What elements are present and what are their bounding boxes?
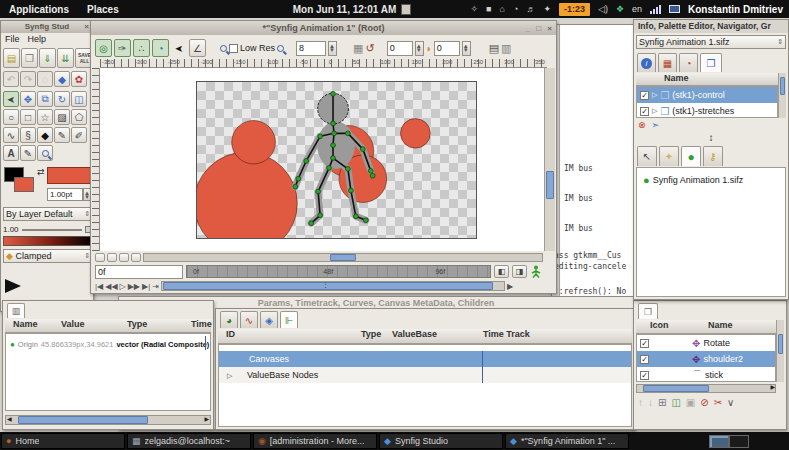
col-timetrack[interactable]: Time Track [483,329,530,339]
microphone-icon[interactable]: ✧ [471,4,479,14]
canvas-browser-tab[interactable]: ◕ [220,311,238,328]
default-gradient-swatch[interactable] [3,236,93,246]
task-administration[interactable]: ◉ [administration - More... [253,433,377,449]
close-button[interactable]: × [547,24,554,33]
width-tool-button[interactable]: ✎ [54,127,70,143]
bones-vscroll-thumb[interactable] [778,334,783,354]
low-res-checkbox[interactable] [229,44,238,53]
rectangle-tool-button[interactable]: □ [20,109,36,125]
open-file-button[interactable]: ❐ [21,48,38,68]
expander-icon[interactable]: ▷ [652,107,657,115]
lower-layer-button[interactable]: ↓ [648,397,653,408]
bone-row-shoulder2[interactable]: ✓ ✥ shoulder2 [637,351,775,367]
col-name[interactable]: Name [664,73,689,83]
library-row-canvases[interactable]: Canvases [219,351,631,367]
seek-next-frame-button[interactable]: ▶▶ [128,282,140,291]
info-tab[interactable]: i [637,53,656,72]
seek-end-button[interactable]: ▶| [142,282,150,291]
canvas-option-button[interactable] [107,253,117,262]
canvas-hscrollbar[interactable] [143,253,543,262]
toolbox-titlebar[interactable]: Synfig Stud × [1,21,93,33]
cut-button[interactable]: ✂ [714,397,722,408]
time-ruler[interactable]: 0f 48f 96f [186,265,491,278]
duplicate-button[interactable]: ◫ [671,397,680,408]
scroll-right-arrow[interactable]: ▶ [204,415,209,422]
remove-layer-button[interactable]: ⊗ [638,120,646,130]
show-handles-button[interactable]: ✑ [114,39,131,57]
timetrack-scrollbar[interactable]: ⋮ [161,281,505,291]
col-name[interactable]: Name [708,320,733,330]
col-value[interactable]: Value [61,319,85,329]
col-type[interactable]: Type [361,329,381,339]
bone-row-stick[interactable]: ✓ ⌒ stick [637,367,775,383]
circle-tool-button[interactable]: ○ [3,109,19,125]
transform-tool-button[interactable]: ➤ [3,91,19,107]
help-button[interactable]: ✿ [71,71,87,87]
meta-data-tab[interactable]: ◈ [260,311,278,328]
future-onion-field[interactable]: 0 [434,41,460,56]
gradient-tool-button[interactable]: ▨ [54,109,70,125]
bones-tab[interactable]: ❐ [638,303,658,319]
refresh-icon[interactable]: ↺ [365,42,374,55]
display-icon[interactable] [669,5,680,13]
workspace-1[interactable] [709,435,729,448]
layers-tab[interactable]: ❐ [700,53,722,72]
delete-button[interactable]: ⊘ [700,397,708,408]
brush-preview[interactable] [47,167,91,184]
task-animation-window[interactable]: ◆ *"Synfig Animation 1" ... [505,433,629,449]
user-menu[interactable]: Konstantin Dmitriev [688,4,783,15]
canvas-titlebar[interactable]: *"Synfig Animation 1" (Root) _ □ × [91,21,556,35]
scroll-right-arrow[interactable]: ▶ [770,383,775,390]
col-id[interactable]: ID [226,329,235,339]
col-icon[interactable]: Icon [650,320,669,330]
toggle-background-button[interactable]: ◔ [152,39,169,57]
draw-tool-button[interactable]: ✎ [20,145,36,161]
spline-tool-button[interactable]: ∿ [3,127,19,143]
params-tab[interactable]: ▥ [7,303,25,318]
zoom-in-icon[interactable] [277,45,284,52]
params-hscrollbar[interactable]: ◀ ▶ [5,415,211,425]
star-tool-button[interactable]: ☆ [37,109,53,125]
new-file-button[interactable]: ▤ [3,48,20,68]
library-row-valuebase-nodes[interactable]: ▷ ValueBase Nodes [219,367,631,383]
col-type[interactable]: Type [127,319,147,329]
cursor-tab[interactable]: ↖ [637,146,657,166]
canvas-vscroll-thumb[interactable] [546,171,554,199]
animation-scene[interactable] [197,82,476,238]
grid-toggle-icon[interactable]: ▦ [353,42,363,55]
history-item[interactable]: ● Synfig Animation 1.sifz [643,174,743,186]
text-tool-button[interactable]: A [3,145,19,161]
layers-vscrollbar[interactable] [778,73,786,118]
cursor-icon[interactable]: ➤ [171,43,187,54]
canvas-option-button[interactable] [95,253,105,262]
applet-icon[interactable]: ✦ [543,4,551,14]
layer-row-control[interactable]: ✓ ▷ ❐ (stk1)-control [637,87,777,103]
stop-icon[interactable]: ■ [486,4,491,14]
keys-tab[interactable]: ⚷ [703,146,723,166]
task-synfig-studio[interactable]: ◆ Synfig Studio [379,433,503,449]
places-menu[interactable]: Places [78,4,128,15]
interpolation-select[interactable]: ◆ Clamped ⇕ [3,249,93,263]
file-menu[interactable]: File [5,34,20,45]
fill-tool-button[interactable]: ◆ [37,127,53,143]
animation-mode-icon[interactable] [530,265,542,278]
canvas-hscroll-thumb[interactable] [330,254,356,261]
zoom-tool-button[interactable] [37,145,53,161]
sketch-tool-button[interactable]: § [20,127,36,143]
lock-future-keyframe-button[interactable]: ◨ [512,265,527,278]
expander-icon[interactable]: ▷ [227,372,232,379]
canvas-file-select[interactable]: Synfig Animation 1.sifz ⇕ [636,35,786,49]
workspace-2[interactable] [729,435,749,448]
bones-vscrollbar[interactable] [776,320,784,382]
canvas-viewport[interactable] [100,68,544,251]
encapsulate-button[interactable]: ▣ [686,397,695,408]
network-signal-icon[interactable] [650,5,661,14]
params-hscroll-thumb[interactable] [18,416,148,424]
task-terminal[interactable]: ▦ zelgadis@localhost:~ [127,433,251,449]
blend-method-select[interactable]: By Layer Default⇕ [3,207,93,221]
save-button[interactable]: ⇓ [39,48,56,68]
curves-tab[interactable]: ∿ [240,311,258,328]
seek-prev-frame-button[interactable]: ◀◀ [105,282,117,291]
task-home[interactable]: ● Home [1,433,125,449]
render-icon[interactable]: ▤ [489,42,499,55]
